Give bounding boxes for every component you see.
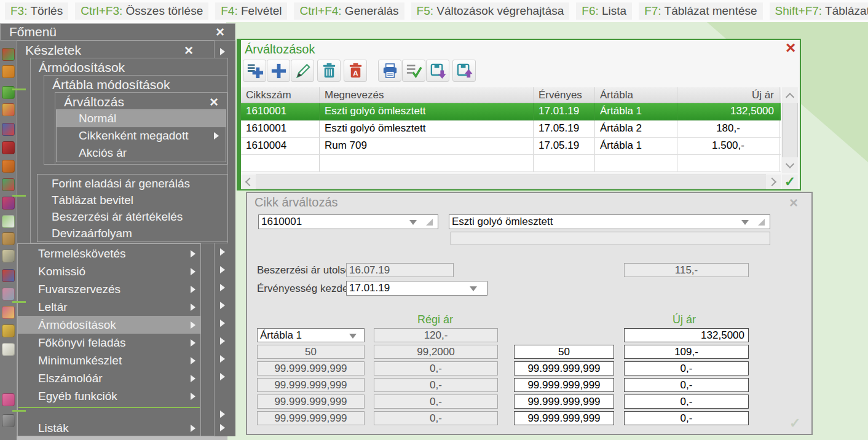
price-change-table[interactable]: CikkszámMegnevezésÉrvényesÁrtáblaÚj ár16…	[241, 87, 781, 172]
scroll-down-button[interactable]	[782, 157, 798, 173]
menu-item-ármódosítások[interactable]: Ármódosítások	[18, 316, 200, 334]
shortcut-F3[interactable]: F3: Törlés	[5, 2, 68, 20]
item-code-value: 1610001	[261, 216, 302, 227]
shortcut-CtrlF4[interactable]: Ctrl+F4: Generálás	[294, 2, 404, 20]
chevron-down-icon[interactable]	[741, 220, 749, 225]
menu-item-devizaárfolyam[interactable]: Devizaárfolyam	[37, 225, 227, 242]
table-cell: 1610001	[241, 120, 320, 137]
chevron-down-icon[interactable]	[349, 334, 357, 339]
gears-icon[interactable]	[2, 414, 15, 427]
flask-icon[interactable]	[2, 197, 15, 210]
bar-chart-icon[interactable]	[2, 178, 15, 191]
image-icon[interactable]	[2, 288, 15, 301]
close-icon[interactable]: ×	[789, 194, 798, 211]
grid-field-editable[interactable]: 99.999.999,999	[514, 378, 614, 392]
table-row[interactable]: 1610004Rum 70917.05.19Ártábla 11.500,-	[241, 138, 781, 155]
folder-icon[interactable]	[2, 160, 15, 173]
shortcut-F5[interactable]: F5: Változások végrehajtása	[411, 2, 570, 20]
horizontal-scrollbar[interactable]	[241, 175, 781, 189]
toolbar-button-edit-pencil-icon[interactable]	[291, 60, 314, 82]
menu-item-leltár[interactable]: Leltár	[18, 298, 200, 316]
item-name-value: Eszti golyó ömlesztett	[452, 216, 553, 227]
red-book-icon[interactable]	[2, 141, 15, 154]
menu-item-beszerzési-ár-átértékelés[interactable]: Beszerzési ár átértékelés	[37, 208, 227, 225]
toolbar-button-apply-checklist-icon[interactable]	[402, 60, 425, 82]
confirm-button[interactable]: ✓	[782, 175, 798, 189]
menu-item-label: Ármódosítások	[38, 316, 116, 334]
menu-item-listák[interactable]: Listák	[18, 419, 200, 437]
menu-item-fuvarszervezés[interactable]: Fuvarszervezés	[18, 280, 200, 298]
close-icon[interactable]: ×	[216, 26, 224, 38]
grid-field-editable[interactable]: 99.999.999,999	[514, 411, 614, 425]
extra-name-field	[451, 232, 770, 245]
table-cell: 17.05.19	[534, 138, 595, 154]
submenu-arrow-icon	[220, 337, 225, 345]
coins-icon[interactable]	[2, 103, 15, 116]
folders-icon[interactable]	[2, 324, 15, 337]
grid-field-editable[interactable]: 0,-	[624, 361, 749, 375]
chevron-down-icon[interactable]	[470, 286, 477, 291]
shortcut-CtrlF3[interactable]: Ctrl+F3: Összes törlése	[75, 2, 208, 20]
toolbar-button-delete-all-trash-icon[interactable]: A	[344, 60, 367, 82]
window-arvaltozasok: Árváltozások × A CikkszámMegnevezésÉrvén…	[237, 39, 801, 191]
cart-icon[interactable]	[2, 65, 15, 78]
menu-title-artabla: Ártábla módosítások	[52, 77, 170, 92]
sheet-icon[interactable]	[2, 215, 15, 228]
table-row[interactable]: 1610001Eszti golyó ömlesztett17.05.19Árt…	[241, 120, 781, 138]
menu-item-elszámolóár[interactable]: Elszámolóár	[18, 369, 200, 387]
scroll-up-button[interactable]	[782, 87, 798, 103]
chevron-down-icon[interactable]	[409, 220, 417, 225]
menu-item-táblázat-bevitel[interactable]: Táblázat bevitel	[37, 192, 227, 208]
shortcut-ShiftF7[interactable]: Shift+F7: Táblázat betöltése	[770, 2, 868, 20]
item-code-combobox[interactable]: 1610001	[258, 214, 438, 229]
toolbar-button-load-table-icon[interactable]	[452, 60, 476, 82]
close-icon[interactable]: ×	[184, 44, 193, 57]
scroll-left-button[interactable]	[241, 175, 256, 189]
menu-item-minimumkészlet[interactable]: Minimumkészlet	[18, 352, 200, 369]
menu-item-termeléskövetés[interactable]: Termeléskövetés	[18, 245, 200, 262]
dice-icon[interactable]	[2, 393, 15, 406]
grid-field-editable[interactable]: 99.999.999,999	[514, 395, 614, 409]
basket-icon[interactable]	[2, 48, 15, 61]
people-icon[interactable]	[2, 306, 15, 319]
menu-item-normál[interactable]: Normál	[57, 110, 226, 127]
chevron-right-icon	[768, 178, 776, 186]
close-icon[interactable]: ×	[210, 96, 218, 108]
grid-field-editable[interactable]: 50	[514, 345, 614, 359]
grid-field-editable[interactable]: 0,-	[624, 395, 749, 409]
toolbar-button-delete-trash-icon[interactable]	[317, 60, 341, 82]
grid-field-editable[interactable]: 132,5000	[624, 328, 749, 342]
menu-item-komissió[interactable]: Komissió	[18, 262, 200, 280]
home-icon[interactable]	[2, 269, 15, 282]
shortcut-F4[interactable]: F4: Felvétel	[215, 2, 287, 20]
grid-field-editable[interactable]: 99.999.999,999	[514, 361, 614, 375]
grid-field-editable[interactable]: 0,-	[624, 411, 749, 425]
grid-field-editable[interactable]: 109,-	[624, 345, 749, 359]
menu-item-főkönyvi-feladás[interactable]: Főkönyvi feladás	[18, 334, 200, 352]
menu-item-akciós-ár[interactable]: Akciós ár	[57, 144, 226, 162]
price-table-dropdown[interactable]: Ártábla 1	[257, 328, 365, 342]
menu-title-keszletek: Készletek	[25, 43, 81, 58]
item-name-combobox[interactable]: Eszti golyó ömlesztett	[449, 214, 770, 229]
toolbar-button-print-icon[interactable]	[378, 60, 401, 82]
menu-item-forint-eladási-ár-generálás[interactable]: Forint eladási ár generálás	[37, 175, 227, 192]
scroll-right-button[interactable]	[766, 175, 781, 189]
grid-field-editable[interactable]: 0,-	[624, 378, 749, 392]
chart-box-icon[interactable]	[2, 123, 15, 136]
table-empty-row[interactable]	[241, 155, 781, 172]
toolbar-button-add-icon[interactable]	[267, 60, 290, 82]
menu-item-egyéb-funkciók[interactable]: Egyéb funkciók	[18, 387, 200, 405]
document-icon[interactable]	[2, 343, 15, 356]
shortcut-label: Változások végrehajtása	[436, 4, 564, 17]
toolbar-button-save-table-icon[interactable]	[426, 60, 449, 82]
close-icon[interactable]: ×	[786, 40, 795, 56]
menu-item-cikkenként-megadott[interactable]: Cikkenként megadott	[57, 127, 226, 144]
toolbar-button-insert-row-icon[interactable]	[243, 60, 266, 82]
register-icon[interactable]	[2, 249, 15, 262]
shortcut-F6[interactable]: F6: Lista	[576, 2, 632, 20]
table-cell	[595, 155, 677, 171]
shortcut-F7[interactable]: F7: Táblázat mentése	[639, 2, 762, 20]
box-icon[interactable]	[2, 232, 15, 245]
table-row[interactable]: 1610001Eszti golyó ömlesztett17.01.19Árt…	[241, 103, 781, 120]
validity-date-dropdown[interactable]: 17.01.19	[346, 281, 487, 296]
